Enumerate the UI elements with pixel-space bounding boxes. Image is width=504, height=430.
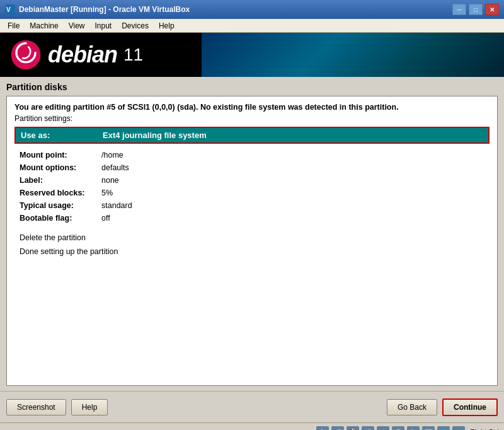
dragdrop-icon: 🖱 [407,426,420,431]
settings-key: Mount point: [20,151,101,160]
bottom-toolbar: Screenshot Help Go Back Continue [0,391,504,422]
bottom-left-buttons: Screenshot Help [6,399,108,415]
settings-key: Reserved blocks: [20,189,101,197]
use-as-value: Ext4 journaling file system [103,131,207,140]
usb-icon: 🔗 [331,426,344,431]
settings-val: none [101,176,119,185]
window-controls: ─ □ ✕ [452,4,499,15]
debian-logo [10,39,42,71]
close-button[interactable]: ✕ [485,4,499,15]
table-row[interactable]: Reserved blocks: 5% [14,187,490,199]
table-row[interactable]: Mount point: /home [14,149,490,161]
menu-help[interactable]: Help [154,20,180,32]
partition-settings-label: Partition settings: [14,114,490,123]
menu-devices[interactable]: Devices [117,20,154,32]
titlebar: V DebianMaster [Running] - Oracle VM Vir… [0,0,504,19]
debian-logo-area: debian 11 [10,39,143,71]
virtualbox-icon: V [5,4,15,15]
window-title: DebianMaster [Running] - Oracle VM Virtu… [19,5,452,14]
settings-val: /home [101,151,123,160]
settings-val: off [101,214,110,223]
settings-key: Typical usage: [20,201,101,210]
settings-key: Bootable flag: [20,214,101,223]
settings-val: defaults [101,163,129,172]
debian-banner: debian 11 [0,33,504,77]
clipboard-icon: 📋 [392,426,404,431]
debian-name: debian [48,42,117,68]
screenshot-button[interactable]: Screenshot [6,399,66,415]
settings-key: Label: [20,176,101,185]
right-ctrl-label: Right Ctrl [470,428,499,431]
main-content: Partition disks You are editing partitio… [0,77,504,391]
use-as-label: Use as: [21,131,103,140]
network-icon: 🔌 [316,426,329,431]
keyboard-icon: ⌨ [422,426,435,431]
vbox-status-icon: ▶ [452,426,465,431]
svg-text:V: V [6,6,11,13]
table-row[interactable]: Label: none [14,174,490,187]
settings-table: Mount point: /home Mount options: defaul… [14,149,490,224]
use-as-row[interactable]: Use as: Ext4 journaling file system [14,127,490,144]
menu-file[interactable]: File [3,20,25,32]
world-icon: 🌐 [437,426,450,431]
table-row[interactable]: Bootable flag: off [14,212,490,224]
menu-machine[interactable]: Machine [25,20,63,32]
debian-version: 11 [123,45,143,65]
audio-icon: 🔊 [362,426,374,431]
bottom-right-buttons: Go Back Continue [387,398,498,416]
banner-background [202,33,504,77]
table-row[interactable]: Mount options: defaults [14,161,490,174]
delete-partition-action[interactable]: Delete the partition [20,232,490,243]
statusbar: 🔌 🔗 💾 🔊 🖥 📋 🖱 ⌨ 🌐 ▶ Right Ctrl [0,422,504,430]
help-button[interactable]: Help [71,399,108,415]
display-icon: 🖥 [377,426,389,431]
settings-val: 5% [101,189,113,197]
menu-view[interactable]: View [64,20,90,32]
menu-input[interactable]: Input [90,20,117,32]
minimize-button[interactable]: ─ [452,4,466,15]
action-row: Delete the partition Done setting up the… [14,232,490,257]
continue-button[interactable]: Continue [442,398,498,416]
settings-val: standard [101,201,132,210]
info-text: You are editing partition #5 of SCSI1 (0… [14,103,490,112]
content-box: You are editing partition #5 of SCSI1 (0… [6,96,498,386]
done-setting-action[interactable]: Done setting up the partition [20,246,490,257]
settings-key: Mount options: [20,163,101,172]
table-row[interactable]: Typical usage: standard [14,199,490,212]
go-back-button[interactable]: Go Back [387,399,437,415]
menubar: File Machine View Input Devices Help [0,19,504,33]
disk-icon: 💾 [346,426,359,431]
page-title: Partition disks [6,82,498,92]
maximize-button[interactable]: □ [469,4,483,15]
